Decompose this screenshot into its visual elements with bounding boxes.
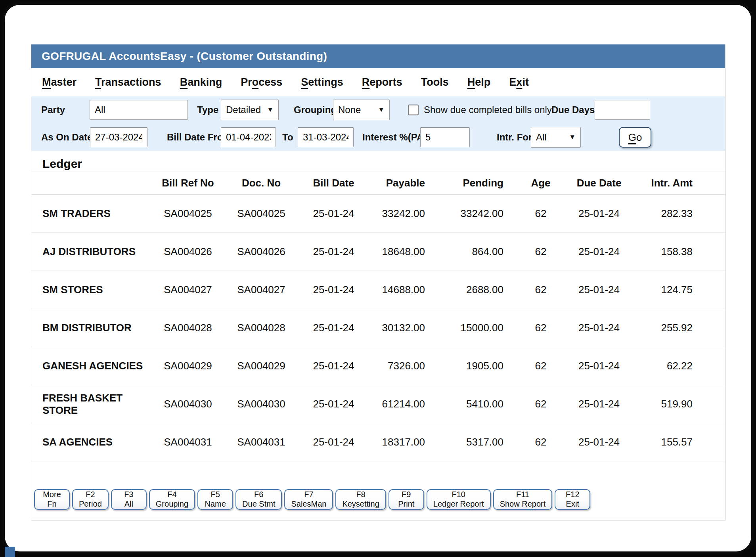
to-date-input[interactable] [298,127,354,147]
menu-item-reports[interactable]: Reports [362,76,402,88]
section-title-ledger: Ledger [31,151,725,171]
chevron-down-icon: ▼ [267,106,274,114]
fkey-f10-ledger-report[interactable]: F10Ledger Report [427,489,491,510]
fkey-f9-print[interactable]: F9Print [389,489,424,510]
type-label: Type [197,104,218,115]
col-header-payable: Payable [370,171,432,195]
menu-item-banking[interactable]: Banking [180,76,222,88]
due-days-input[interactable] [595,100,650,120]
fkey-f5-name[interactable]: F5Name [197,489,233,510]
table-row[interactable]: AJ DISTRIBUTORS SA004026 SA004026 25-01-… [31,233,726,271]
chevron-down-icon: ▼ [378,106,385,114]
fkey-f12-exit[interactable]: F12Exit [555,489,590,510]
intr-for-label: Intr. For [497,132,532,143]
table-row[interactable]: SA AGENCIES SA004031 SA004031 25-01-24 1… [31,423,726,461]
window-title: GOFRUGAL AccountsEasy - (Customer Outsta… [42,50,327,63]
to-label: To [282,132,293,143]
as-on-date-label: As On Date [41,132,92,143]
party-label: Party [41,104,65,115]
fkey-f6-due-stmt[interactable]: F6Due Stmt [235,489,282,510]
fkey-more-fn[interactable]: MoreFn [34,489,70,510]
interest-label: Interest %(PA) [362,132,427,143]
corner-chip [5,547,15,557]
type-select[interactable]: Detailed ▼ [221,100,279,120]
col-header-due-date: Due Date [571,171,627,195]
filter-panel: Party Type Detailed ▼ Grouping None ▼ Sh… [31,96,725,151]
table-row[interactable]: GANESH AGENCIES SA004029 SA004029 25-01-… [31,347,726,385]
fkey-f4-grouping[interactable]: F4Grouping [149,489,195,510]
menu-item-settings[interactable]: Settings [301,76,343,88]
outstanding-table: Bill Ref No Doc. No Bill Date Payable Pe… [31,171,726,461]
bill-date-from-input[interactable] [221,127,276,147]
fkey-f2-period[interactable]: F2Period [72,489,109,510]
fkey-f11-show-report[interactable]: F11Show Report [493,489,553,510]
grouping-select[interactable]: None ▼ [333,100,390,120]
menu-item-master[interactable]: Master [42,76,77,88]
col-header-doc-no: Doc. No [226,171,297,195]
show-due-checkbox[interactable] [408,105,419,115]
menu-bar: Master Transactions Banking Process Sett… [31,68,725,96]
col-header-party [31,171,150,195]
table-row[interactable]: FRESH BASKET STORE SA004030 SA004030 25-… [31,385,726,423]
col-header-age: Age [511,171,571,195]
table-row[interactable]: SM STORES SA004027 SA004027 25-01-24 146… [31,271,726,309]
intr-for-select[interactable]: All ▼ [531,127,581,148]
go-button[interactable]: Go [619,127,651,148]
menu-item-transactions[interactable]: Transactions [95,76,161,88]
table-row[interactable]: BM DISTRIBUTOR SA004028 SA004028 25-01-2… [31,309,726,347]
as-on-date-input[interactable] [90,127,147,147]
col-header-intr-amt: Intr. Amt [627,171,726,195]
app-window: GOFRUGAL AccountsEasy - (Customer Outsta… [31,44,725,521]
title-bar: GOFRUGAL AccountsEasy - (Customer Outsta… [31,44,725,68]
grouping-label: Grouping [294,104,337,115]
function-key-bar: MoreFn F2Period F3All F4Grouping F5Name … [34,489,725,510]
col-header-bill-date: Bill Date [297,171,370,195]
menu-item-help[interactable]: Help [467,76,491,88]
menu-item-process[interactable]: Process [241,76,282,88]
screen-background: GOFRUGAL AccountsEasy - (Customer Outsta… [0,0,756,557]
menu-item-tools[interactable]: Tools [421,76,449,88]
col-header-pending: Pending [432,171,511,195]
due-days-label: Due Days [551,104,595,115]
fkey-f7-salesman[interactable]: F7SalesMan [284,489,333,510]
col-header-bill-ref: Bill Ref No [150,171,226,195]
fkey-f8-keysetting[interactable]: F8Keysetting [335,489,386,510]
table-header-row: Bill Ref No Doc. No Bill Date Payable Pe… [31,171,726,195]
table-row[interactable]: SM TRADERS SA004025 SA004025 25-01-24 33… [31,195,726,233]
fkey-f3-all[interactable]: F3All [111,489,147,510]
chevron-down-icon: ▼ [569,133,576,141]
show-due-label: Show due completed bills only [424,104,552,115]
party-input[interactable] [90,100,188,120]
interest-input[interactable] [420,127,470,147]
menu-item-exit[interactable]: Exit [509,76,529,88]
